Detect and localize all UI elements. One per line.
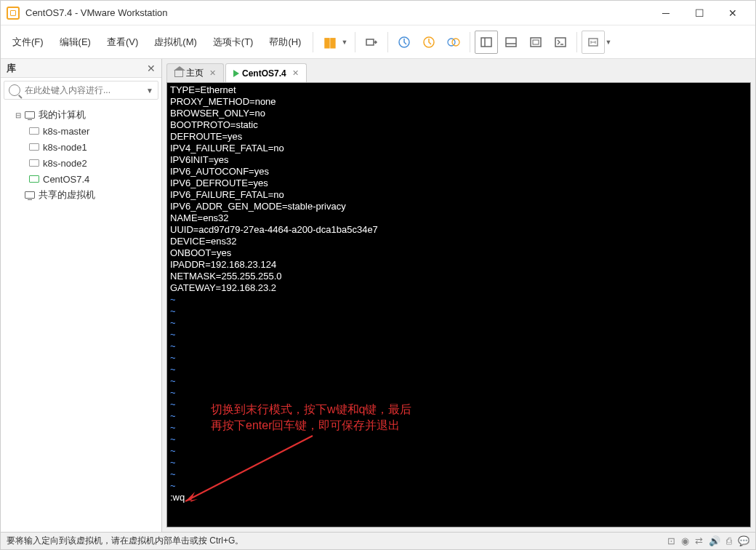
menu-file[interactable]: 文件(F) <box>5 31 51 53</box>
message-icon[interactable]: 💬 <box>738 535 749 546</box>
terminal-tilde: ~ <box>170 387 747 399</box>
svg-rect-10 <box>533 40 539 44</box>
sidebar-tree: ⊟ 我的计算机 k8s-master k8s-node1 k8s-node2 C… <box>1 103 161 207</box>
search-icon <box>9 84 20 96</box>
terminal-tilde: ~ <box>170 352 747 364</box>
disk-icon[interactable]: ⊡ <box>667 535 675 546</box>
snapshot-manager-button[interactable] <box>442 31 465 54</box>
terminal-line: ONBOOT=yes <box>170 247 747 259</box>
search-input[interactable] <box>25 85 146 95</box>
sidebar: 库 ✕ ▼ ⊟ 我的计算机 k8s-master k8s-node1 <box>1 59 162 532</box>
statusbar: 要将输入定向到该虚拟机，请在虚拟机内部单击或按 Ctrl+G。 ⊡ ◉ ⇄ 🔊 … <box>1 532 755 549</box>
home-icon <box>174 70 183 77</box>
svg-rect-0 <box>366 39 374 45</box>
vm-icon <box>29 127 39 135</box>
menubar: 文件(F) 编辑(E) 查看(V) 虚拟机(M) 选项卡(T) 帮助(H) ▮▮… <box>1 25 755 59</box>
tree-item-centos[interactable]: CentOS7.4 <box>4 171 158 187</box>
terminal-tilde: ~ <box>170 340 747 352</box>
snapshot-button[interactable] <box>393 31 416 54</box>
pause-button[interactable]: ▮▮ <box>318 31 341 54</box>
menu-vm[interactable]: 虚拟机(M) <box>147 31 204 53</box>
tab-close-icon[interactable]: ✕ <box>292 68 299 78</box>
network-icon[interactable]: ⇄ <box>695 535 703 546</box>
tabs-row: 主页 ✕ CentOS7.4 ✕ <box>162 59 755 82</box>
sound-icon[interactable]: 🔊 <box>709 535 720 546</box>
vm-running-icon <box>29 175 39 183</box>
play-icon <box>233 70 239 77</box>
terminal-line: BROWSER_ONLY=no <box>170 108 747 119</box>
stretch-dropdown[interactable]: ▼ <box>605 39 611 46</box>
terminal-tilde: ~ <box>170 375 747 387</box>
view-console-button[interactable] <box>499 31 523 54</box>
svg-marker-14 <box>185 492 198 502</box>
terminal-line: NETMASK=255.255.255.0 <box>170 271 747 282</box>
tree-item-k8s-node2[interactable]: k8s-node2 <box>4 155 158 171</box>
vm-console[interactable]: TYPE=EthernetPROXY_METHOD=noneBROWSER_ON… <box>166 82 751 527</box>
tab-home[interactable]: 主页 ✕ <box>166 63 224 82</box>
sidebar-search[interactable]: ▼ <box>4 81 158 100</box>
view-unity-button[interactable] <box>549 31 572 54</box>
maximize-button[interactable]: ☐ <box>683 1 716 25</box>
stretch-button[interactable] <box>582 31 605 54</box>
annotation-arrow <box>174 432 320 512</box>
terminal-tilde: ~ <box>170 306 747 317</box>
tab-centos[interactable]: CentOS7.4 ✕ <box>225 63 307 82</box>
svg-point-3 <box>448 39 455 46</box>
vmware-logo-icon <box>7 7 20 20</box>
cd-icon[interactable]: ◉ <box>681 535 689 546</box>
terminal-line: IPV6_AUTOCONF=yes <box>170 166 747 178</box>
terminal-tilde: ~ <box>170 329 747 340</box>
minimize-button[interactable]: ─ <box>649 1 683 25</box>
shared-icon <box>25 191 35 199</box>
main-area: 主页 ✕ CentOS7.4 ✕ TYPE=EthernetPROXY_METH… <box>162 59 755 532</box>
window-titlebar: CentOS7.4 - VMware Workstation ─ ☐ ✕ <box>1 1 755 25</box>
terminal-line: IPADDR=192.168.23.124 <box>170 259 747 271</box>
search-dropdown-icon[interactable]: ▼ <box>146 87 153 95</box>
snapshot-revert-button[interactable] <box>417 31 441 54</box>
terminal-tilde: ~ <box>170 294 747 306</box>
menu-edit[interactable]: 编辑(E) <box>52 31 98 53</box>
statusbar-icons: ⊡ ◉ ⇄ 🔊 ⎙ 💬 <box>667 535 749 546</box>
send-cad-button[interactable] <box>360 31 383 54</box>
terminal-line: BOOTPROTO=static <box>170 119 747 131</box>
window-title: CentOS7.4 - VMware Workstation <box>25 7 649 18</box>
svg-rect-11 <box>555 38 566 47</box>
tree-item-k8s-master[interactable]: k8s-master <box>4 123 158 139</box>
terminal-line: DEVICE=ens32 <box>170 236 747 247</box>
terminal-line: GATEWAY=192.168.23.2 <box>170 282 747 294</box>
sidebar-title: 库 <box>7 62 147 75</box>
printer-icon[interactable]: ⎙ <box>726 535 732 546</box>
menu-help[interactable]: 帮助(H) <box>262 31 308 53</box>
view-single-button[interactable] <box>475 31 498 54</box>
sidebar-header: 库 ✕ <box>1 59 161 78</box>
vm-icon <box>29 159 39 167</box>
terminal-line: IPV6INIT=yes <box>170 154 747 166</box>
svg-line-13 <box>185 436 313 501</box>
terminal-line: NAME=ens32 <box>170 212 747 224</box>
terminal-line: PROXY_METHOD=none <box>170 96 747 108</box>
vm-icon <box>29 143 39 151</box>
computer-icon <box>25 111 35 119</box>
terminal-line: DEFROUTE=yes <box>170 131 747 143</box>
tab-close-icon[interactable]: ✕ <box>209 68 216 78</box>
terminal-tilde: ~ <box>170 364 747 375</box>
terminal-line: UUID=acd97d79-27ea-4464-a200-dca1ba5c34e… <box>170 224 747 236</box>
terminal-tilde: ~ <box>170 317 747 329</box>
close-button[interactable]: ✕ <box>716 1 749 25</box>
tree-root-mycomputer[interactable]: ⊟ 我的计算机 <box>4 107 158 123</box>
sidebar-close-icon[interactable]: ✕ <box>147 63 156 74</box>
svg-rect-7 <box>506 38 516 47</box>
menu-tabs[interactable]: 选项卡(T) <box>206 31 261 53</box>
tree-item-k8s-node1[interactable]: k8s-node1 <box>4 139 158 155</box>
terminal-line: IPV6_FAILURE_FATAL=no <box>170 189 747 201</box>
terminal-line: TYPE=Ethernet <box>170 84 747 96</box>
expand-icon[interactable]: ⊟ <box>14 111 23 119</box>
menu-view[interactable]: 查看(V) <box>100 31 145 53</box>
statusbar-text: 要将输入定向到该虚拟机，请在虚拟机内部单击或按 Ctrl+G。 <box>7 535 667 547</box>
terminal-line: IPV6_ADDR_GEN_MODE=stable-privacy <box>170 201 747 212</box>
annotation-text: 切换到末行模式，按下w键和q键，最后 再按下enter回车键，即可保存并退出 <box>211 402 411 434</box>
view-fullscreen-button[interactable] <box>524 31 547 54</box>
svg-rect-9 <box>531 38 541 47</box>
pause-dropdown[interactable]: ▼ <box>341 39 347 46</box>
tree-shared-vms[interactable]: 共享的虚拟机 <box>4 187 158 203</box>
